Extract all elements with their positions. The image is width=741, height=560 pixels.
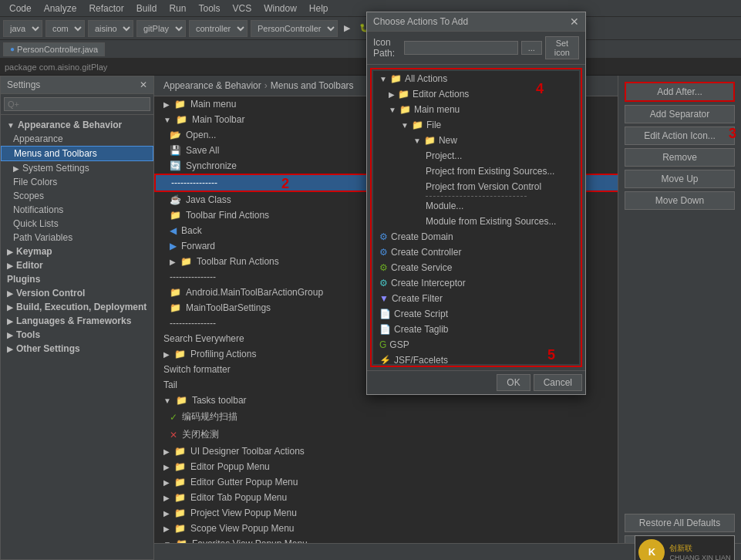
icon-path-label: Icon Path:	[373, 37, 401, 59]
choose-actions-modal: Choose Actions To Add ✕ Icon Path: ... S…	[366, 12, 586, 76]
modal-overlay: Choose Actions To Add ✕ Icon Path: ... S…	[0, 0, 741, 76]
modal-close-button[interactable]: ✕	[570, 15, 579, 28]
expand-arrow: ▼	[379, 75, 387, 76]
modal-icon-path-row: Icon Path: ... Set icon	[367, 32, 585, 65]
folder-icon: 📁	[390, 73, 402, 76]
modal-title-bar: Choose Actions To Add ✕	[367, 12, 585, 32]
icon-path-input[interactable]	[404, 41, 518, 55]
set-icon-button[interactable]: Set icon	[545, 36, 579, 59]
modal-title: Choose Actions To Add	[373, 16, 468, 27]
modal-item-label: All Actions	[405, 73, 447, 76]
modal-item-all-actions[interactable]: ▼ 📁 All Actions	[373, 71, 579, 76]
modal-actions-tree: ▼ 📁 All Actions ▶ 📁 Editor Actions ▼ 📁 M…	[373, 71, 579, 76]
browse-button[interactable]: ...	[521, 41, 542, 55]
